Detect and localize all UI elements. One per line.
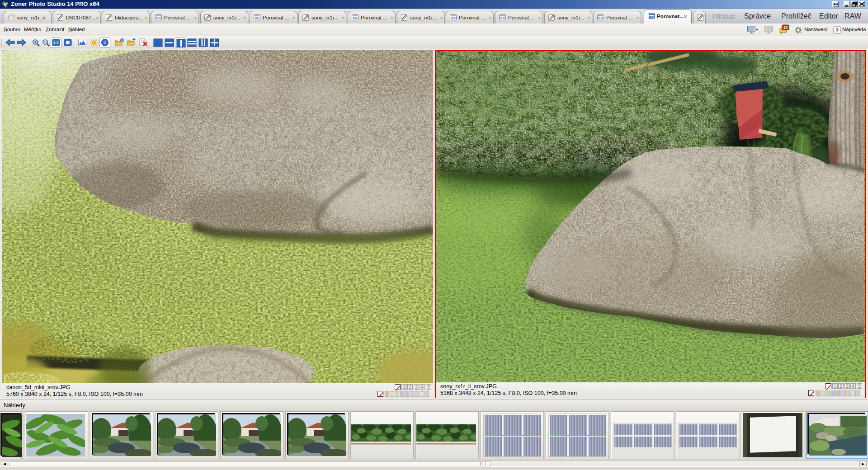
svg-text:?: ? bbox=[835, 28, 839, 33]
svg-text:2: 2 bbox=[768, 27, 770, 31]
svg-text:1:1: 1:1 bbox=[53, 41, 59, 45]
svg-text:10: 10 bbox=[783, 25, 788, 30]
